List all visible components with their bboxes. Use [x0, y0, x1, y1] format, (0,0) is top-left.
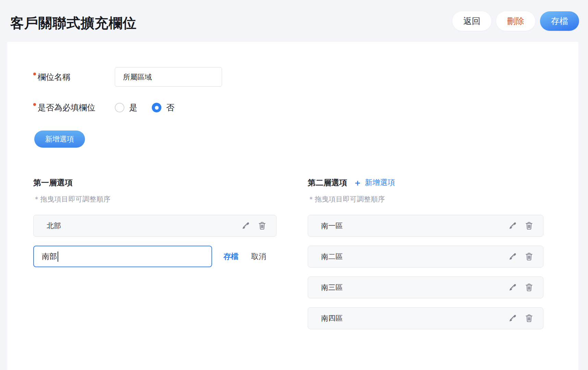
- option-item-label: 北部: [47, 221, 61, 231]
- text-caret: [58, 251, 58, 262]
- plus-icon: ＋: [353, 177, 362, 188]
- level1-title: 第一層選項: [33, 177, 73, 188]
- field-name-label: 欄位名稱: [33, 72, 71, 82]
- level1-edit-value: 南部: [42, 251, 57, 262]
- option-item-actions: [507, 313, 534, 323]
- option-item-actions: [241, 221, 267, 231]
- page-title: 客戶關聯式擴充欄位: [10, 14, 137, 33]
- topbar-actions: 返回 刪除 存檔: [452, 11, 579, 31]
- radio-yes-label: 是: [129, 102, 137, 113]
- save-button[interactable]: 存檔: [540, 11, 579, 31]
- radio-option-no[interactable]: 否: [152, 102, 174, 113]
- level1-header: 第一層選項: [33, 177, 277, 188]
- field-name-input[interactable]: [115, 67, 222, 87]
- back-button[interactable]: 返回: [452, 11, 491, 31]
- field-name-label-text: 欄位名稱: [38, 72, 71, 82]
- level2-add-option-label: 新增選項: [365, 177, 395, 188]
- level2-option-item[interactable]: 南三區: [308, 276, 543, 298]
- required-radio-group: 是 否: [115, 102, 174, 113]
- required-field-row: 是否為必填欄位 是 否: [33, 102, 174, 113]
- required-dot: [33, 73, 36, 75]
- level2-header: 第二層選項 ＋ 新增選項: [308, 177, 543, 188]
- option-item-actions: [507, 251, 534, 262]
- content-card: 欄位名稱 是否為必填欄位 是 否 新增選項 第一層選項 ＊拖曳項目即可調整順序: [7, 42, 578, 370]
- pencil-icon[interactable]: [507, 313, 518, 323]
- pencil-icon[interactable]: [507, 251, 518, 262]
- level2-option-item[interactable]: 南二區: [308, 246, 543, 268]
- level1-option-list: 北部: [33, 215, 277, 237]
- option-item-actions: [507, 282, 534, 293]
- required-dot: [33, 103, 36, 106]
- level1-edit-input[interactable]: 南部: [33, 246, 212, 267]
- trash-icon[interactable]: [524, 251, 534, 262]
- level2-option-list: 南一區: [308, 215, 543, 329]
- level1-edit-row: 南部 存檔 取消: [33, 246, 277, 267]
- field-name-row: 欄位名稱: [33, 67, 222, 87]
- delete-button[interactable]: 刪除: [496, 11, 535, 31]
- level2-option-item[interactable]: 南四區: [308, 307, 543, 329]
- option-item-label: 南三區: [321, 283, 343, 292]
- option-item-label: 南四區: [321, 313, 343, 323]
- edit-save-link[interactable]: 存檔: [223, 251, 238, 262]
- pencil-icon[interactable]: [507, 221, 518, 231]
- level1-drag-hint: ＊拖曳項目即可調整順序: [33, 195, 277, 204]
- add-option-button[interactable]: 新增選項: [34, 131, 85, 148]
- level1-option-item[interactable]: 北部: [33, 215, 277, 237]
- level2-option-item[interactable]: 南一區: [308, 215, 543, 237]
- pencil-icon[interactable]: [507, 282, 518, 293]
- topbar: 客戶關聯式擴充欄位 返回 刪除 存檔: [0, 0, 588, 42]
- level2-column: 第二層選項 ＋ 新增選項 ＊拖曳項目即可調整順序 南一區: [308, 177, 543, 338]
- radio-no-label: 否: [166, 102, 174, 113]
- level2-drag-hint: ＊拖曳項目即可調整順序: [308, 195, 543, 204]
- required-field-label: 是否為必填欄位: [33, 103, 95, 112]
- edit-cancel-link[interactable]: 取消: [251, 251, 266, 262]
- level1-column: 第一層選項 ＊拖曳項目即可調整順序 北部: [33, 177, 277, 267]
- required-field-label-wrap: 是否為必填欄位: [33, 102, 115, 113]
- radio-yes-circle[interactable]: [115, 103, 124, 112]
- pencil-icon[interactable]: [241, 221, 251, 231]
- option-item-label: 南一區: [321, 221, 343, 231]
- option-item-actions: [507, 221, 534, 231]
- trash-icon[interactable]: [524, 221, 534, 231]
- trash-icon[interactable]: [524, 282, 534, 293]
- level2-add-option-link[interactable]: ＋ 新增選項: [353, 177, 395, 188]
- trash-icon[interactable]: [257, 221, 267, 231]
- option-item-label: 南二區: [321, 252, 343, 261]
- radio-no-dot: [155, 106, 159, 110]
- required-field-label-text: 是否為必填欄位: [38, 103, 95, 112]
- trash-icon[interactable]: [524, 313, 534, 323]
- radio-no-circle[interactable]: [152, 103, 161, 112]
- radio-option-yes[interactable]: 是: [115, 102, 137, 113]
- field-name-label-wrap: 欄位名稱: [33, 72, 115, 83]
- level2-title: 第二層選項: [308, 177, 347, 188]
